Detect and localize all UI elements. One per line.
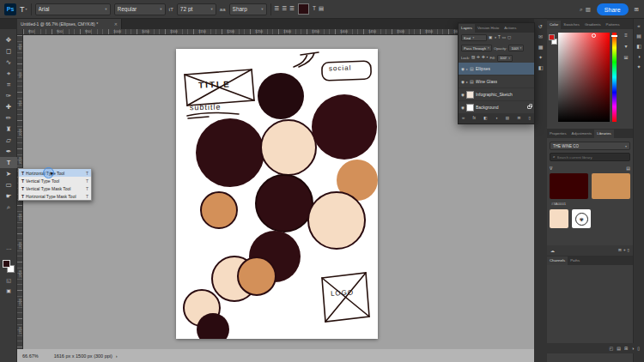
- expand-caret-icon[interactable]: ▸: [466, 67, 468, 71]
- filter-smartobject-icon[interactable]: ▢: [507, 36, 511, 40]
- pen-tool[interactable]: ✒: [0, 146, 17, 157]
- foreground-background-swatches[interactable]: [0, 259, 17, 275]
- workspace-switcher-icon[interactable]: ▥: [586, 7, 591, 13]
- tab-version-histo[interactable]: Version Histo: [475, 24, 501, 33]
- zoom-tool[interactable]: ⌕: [0, 202, 17, 213]
- layer-row-ellipses[interactable]: ◉▸▤Ellipses: [459, 63, 534, 75]
- marquee-tool[interactable]: ◻: [0, 45, 17, 57]
- foreground-color-swatch[interactable]: [3, 260, 10, 268]
- tab-layers[interactable]: Layers: [459, 24, 475, 33]
- opacity-select[interactable]: 100%: [508, 45, 524, 51]
- dock-mask-icon[interactable]: ◰: [610, 347, 614, 351]
- color-foreground-swatch[interactable]: [549, 34, 555, 40]
- document-tab[interactable]: Untitled-1 @ 66.7% (Ellipses, CMYK/8) * …: [17, 19, 122, 29]
- dock-delete-icon[interactable]: ▯: [637, 347, 640, 351]
- char-para-panels-icon[interactable]: ▤: [319, 6, 324, 12]
- blend-mode-select[interactable]: Pass Through: [461, 45, 492, 51]
- info-panel-icon[interactable]: ◧: [538, 65, 544, 70]
- eyedropper-tool[interactable]: ✑: [0, 90, 17, 101]
- library-add-icon[interactable]: +: [623, 249, 626, 253]
- warp-text-icon[interactable]: T: [313, 6, 316, 12]
- brush-tool[interactable]: ✏: [0, 112, 17, 124]
- navigator-panel-icon[interactable]: ✦: [538, 55, 543, 60]
- flyout-vertical-type-tool[interactable]: TVertical Type ToolT: [19, 177, 91, 184]
- edit-toolbar-icon[interactable]: ⋯: [0, 245, 17, 251]
- search-icon[interactable]: ⌕: [580, 7, 583, 13]
- library-delete-icon[interactable]: ▯: [628, 249, 629, 253]
- histogram-panel-icon[interactable]: ▦: [538, 45, 544, 50]
- new-layer-icon[interactable]: ⊞: [517, 117, 520, 121]
- library-view-toggle-icon[interactable]: ▤: [626, 166, 630, 171]
- hand-tool[interactable]: ☛: [0, 190, 17, 202]
- rectangle-tool[interactable]: ▭: [0, 179, 17, 190]
- crop-tool[interactable]: ⌗: [0, 79, 17, 90]
- zoom-level[interactable]: 66.67%: [22, 353, 39, 359]
- filter-adjustment-icon[interactable]: ◑: [494, 36, 496, 40]
- lock-transparency-icon[interactable]: ▨: [471, 56, 475, 60]
- align-right-icon[interactable]: ☰: [289, 6, 295, 12]
- shapes-dock-icon[interactable]: ✦: [636, 64, 641, 69]
- lock-all-icon[interactable]: ▪: [487, 56, 489, 60]
- library-view-icon[interactable]: ⊞: [618, 249, 622, 253]
- visibility-eye-icon[interactable]: ◉: [461, 67, 465, 71]
- tab-swatches[interactable]: Swatches: [561, 21, 582, 29]
- move-tool[interactable]: ✥: [0, 34, 17, 45]
- font-style-select[interactable]: Regular: [114, 3, 166, 15]
- lock-paint-icon[interactable]: ✛: [477, 56, 480, 60]
- tab-patterns[interactable]: Patterns: [604, 21, 623, 29]
- collapse-panels-icon[interactable]: «: [637, 23, 640, 28]
- close-tab-icon[interactable]: ✕: [114, 21, 118, 27]
- library-swatch-cream[interactable]: [550, 209, 568, 228]
- visibility-eye-icon[interactable]: ◉: [461, 80, 465, 84]
- align-center-icon[interactable]: ☰: [282, 6, 287, 12]
- status-chevron-icon[interactable]: ›: [116, 353, 118, 359]
- library-select[interactable]: THE WINE CO: [550, 142, 630, 150]
- library-swatch-dark[interactable]: [550, 173, 588, 199]
- anti-alias-select[interactable]: Sharp: [229, 3, 267, 15]
- layer-row-infographic-sketch[interactable]: ◉Infographic_Sketch: [459, 88, 534, 101]
- font-size-select[interactable]: 72 pt: [177, 3, 216, 15]
- type-tool[interactable]: T: [0, 157, 17, 168]
- filter-pixel-icon[interactable]: ▣: [489, 36, 492, 40]
- dock-group-icon[interactable]: ▤: [617, 347, 621, 351]
- swatches-dock-icon[interactable]: ▤: [636, 33, 641, 39]
- visibility-eye-icon[interactable]: ◉: [461, 93, 465, 97]
- expand-caret-icon[interactable]: ▸: [466, 80, 468, 84]
- layer-effects-icon[interactable]: fx: [473, 117, 477, 121]
- history-panel-icon[interactable]: ↺: [538, 24, 543, 29]
- hue-slider[interactable]: [612, 33, 617, 122]
- tool-preset-button[interactable]: T▾: [20, 5, 27, 14]
- link-layers-icon[interactable]: ∞: [462, 117, 465, 121]
- adjustment-layer-icon[interactable]: ◑: [495, 117, 498, 121]
- tab-channels[interactable]: Channels: [547, 256, 568, 265]
- quick-mask-icon[interactable]: ◱: [0, 277, 17, 283]
- healing-brush-tool[interactable]: ✚: [0, 101, 17, 112]
- color-picker-marker[interactable]: [592, 33, 596, 38]
- saturation-brightness-field[interactable]: [558, 33, 610, 122]
- text-color-swatch[interactable]: [298, 3, 309, 15]
- clone-stamp-tool[interactable]: ♜: [0, 124, 17, 135]
- color-model-icon[interactable]: ▾: [624, 44, 627, 49]
- color-panel-menu-icon[interactable]: ≡: [624, 33, 628, 38]
- screen-mode-icon[interactable]: ▣: [0, 287, 17, 293]
- font-family-select[interactable]: Arial: [35, 3, 111, 15]
- library-logo-thumbnail[interactable]: ✾: [572, 209, 591, 228]
- layer-filter-select[interactable]: Kind: [461, 34, 487, 41]
- object-selection-tool[interactable]: ⌖: [0, 68, 17, 79]
- arrange-documents-icon[interactable]: ⊞: [635, 7, 639, 13]
- layer-row-wine-glass[interactable]: ◉▸▤Wine Glass: [459, 75, 534, 88]
- filter-type-icon[interactable]: T: [498, 36, 501, 40]
- filter-funnel-icon[interactable]: ∇: [550, 166, 552, 171]
- path-selection-tool[interactable]: ➤: [0, 168, 17, 179]
- lock-position-icon[interactable]: ✥: [482, 56, 485, 60]
- tab-actions[interactable]: Actions: [501, 24, 519, 33]
- dock-adjustment-icon[interactable]: ◑: [631, 347, 634, 351]
- dock-new-icon[interactable]: ⊞: [624, 347, 628, 351]
- layer-row-background[interactable]: ◉Background: [459, 101, 534, 114]
- visibility-eye-icon[interactable]: ◉: [461, 106, 465, 110]
- hue-slider-marker[interactable]: [611, 35, 617, 37]
- flyout-horizontal-type-mask-tool[interactable]: THorizontal Type Mask ToolT: [19, 192, 91, 200]
- artboard[interactable]: TITLE subtitle social LOGO: [176, 49, 378, 339]
- color-add-icon[interactable]: ⊞: [623, 55, 628, 60]
- library-swatch-tan[interactable]: [592, 173, 630, 199]
